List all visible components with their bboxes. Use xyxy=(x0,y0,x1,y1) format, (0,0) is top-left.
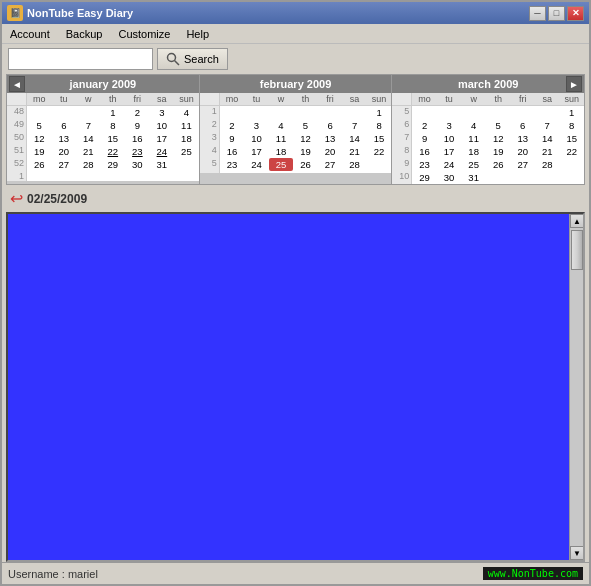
mar-cell-22[interactable]: 22 xyxy=(559,145,584,158)
mar-cell[interactable] xyxy=(461,106,486,119)
feb-cell-5[interactable]: 5 xyxy=(293,119,318,132)
jan-cell-4[interactable]: 4 xyxy=(174,106,199,119)
feb-cell-8[interactable]: 8 xyxy=(367,119,392,132)
maximize-button[interactable]: □ xyxy=(548,6,565,21)
feb-cell[interactable] xyxy=(220,106,245,119)
mar-cell-19[interactable]: 19 xyxy=(486,145,511,158)
feb-cell-6[interactable]: 6 xyxy=(318,119,343,132)
mar-cell-20[interactable]: 20 xyxy=(510,145,535,158)
menu-help[interactable]: Help xyxy=(182,27,213,41)
jan-cell-17[interactable]: 17 xyxy=(150,132,175,145)
scroll-down-button[interactable]: ▼ xyxy=(570,546,584,560)
jan-cell[interactable] xyxy=(27,106,52,119)
mar-cell-29[interactable]: 29 xyxy=(412,171,437,184)
menu-customize[interactable]: Customize xyxy=(114,27,174,41)
mar-cell[interactable] xyxy=(535,106,560,119)
feb-cell-18[interactable]: 18 xyxy=(269,145,294,158)
mar-cell-14[interactable]: 14 xyxy=(535,132,560,145)
scroll-up-button[interactable]: ▲ xyxy=(570,214,584,228)
feb-cell-11[interactable]: 11 xyxy=(269,132,294,145)
jan-cell-6[interactable]: 6 xyxy=(52,119,77,132)
mar-cell-1[interactable]: 1 xyxy=(559,106,584,119)
mar-cell[interactable] xyxy=(510,106,535,119)
jan-cell[interactable] xyxy=(125,171,150,181)
jan-cell-20[interactable]: 20 xyxy=(52,145,77,158)
feb-cell[interactable] xyxy=(244,106,269,119)
mar-cell[interactable] xyxy=(510,171,535,184)
jan-cell-15[interactable]: 15 xyxy=(101,132,126,145)
feb-cell[interactable] xyxy=(342,171,367,173)
feb-cell[interactable] xyxy=(269,171,294,173)
mar-cell-16[interactable]: 16 xyxy=(412,145,437,158)
feb-cell-26[interactable]: 26 xyxy=(293,158,318,171)
mar-cell[interactable] xyxy=(559,158,584,171)
feb-cell-7[interactable]: 7 xyxy=(342,119,367,132)
mar-cell[interactable] xyxy=(486,106,511,119)
feb-cell-3[interactable]: 3 xyxy=(244,119,269,132)
feb-cell[interactable] xyxy=(318,171,343,173)
mar-cell-13[interactable]: 13 xyxy=(510,132,535,145)
mar-cell[interactable] xyxy=(486,171,511,184)
feb-cell-12[interactable]: 12 xyxy=(293,132,318,145)
feb-cell-14[interactable]: 14 xyxy=(342,132,367,145)
search-input[interactable] xyxy=(8,48,153,70)
jan-cell-1[interactable]: 1 xyxy=(101,106,126,119)
mar-cell-11[interactable]: 11 xyxy=(461,132,486,145)
feb-cell[interactable] xyxy=(367,171,392,173)
mar-cell[interactable] xyxy=(535,171,560,184)
jan-cell-7[interactable]: 7 xyxy=(76,119,101,132)
feb-cell-10[interactable]: 10 xyxy=(244,132,269,145)
next-month-button[interactable]: ► xyxy=(566,76,582,92)
feb-cell-23[interactable]: 23 xyxy=(220,158,245,171)
jan-cell[interactable] xyxy=(52,171,77,181)
mar-cell-12[interactable]: 12 xyxy=(486,132,511,145)
jan-cell-14[interactable]: 14 xyxy=(76,132,101,145)
mar-cell-23[interactable]: 23 xyxy=(412,158,437,171)
minimize-button[interactable]: ─ xyxy=(529,6,546,21)
jan-cell-25[interactable]: 25 xyxy=(174,145,199,158)
feb-cell-19[interactable]: 19 xyxy=(293,145,318,158)
jan-cell[interactable] xyxy=(52,106,77,119)
jan-cell-22[interactable]: 22 xyxy=(101,145,126,158)
jan-cell-10[interactable]: 10 xyxy=(150,119,175,132)
feb-cell-24[interactable]: 24 xyxy=(244,158,269,171)
mar-cell-6[interactable]: 6 xyxy=(510,119,535,132)
mar-cell-15[interactable]: 15 xyxy=(559,132,584,145)
prev-month-button[interactable]: ◄ xyxy=(9,76,25,92)
mar-cell-8[interactable]: 8 xyxy=(559,119,584,132)
mar-cell-4[interactable]: 4 xyxy=(461,119,486,132)
jan-cell-26[interactable]: 26 xyxy=(27,158,52,171)
feb-cell-28[interactable]: 28 xyxy=(342,158,367,171)
feb-cell-13[interactable]: 13 xyxy=(318,132,343,145)
mar-cell-5[interactable]: 5 xyxy=(486,119,511,132)
feb-cell[interactable] xyxy=(269,106,294,119)
jan-cell-29[interactable]: 29 xyxy=(101,158,126,171)
jan-cell[interactable] xyxy=(76,171,101,181)
jan-cell-2[interactable]: 2 xyxy=(125,106,150,119)
feb-cell-16[interactable]: 16 xyxy=(220,145,245,158)
jan-cell[interactable] xyxy=(174,171,199,181)
mar-cell-24[interactable]: 24 xyxy=(437,158,462,171)
jan-cell-3[interactable]: 3 xyxy=(150,106,175,119)
jan-cell[interactable] xyxy=(150,171,175,181)
jan-cell[interactable] xyxy=(76,106,101,119)
mar-cell-28[interactable]: 28 xyxy=(535,158,560,171)
mar-cell-26[interactable]: 26 xyxy=(486,158,511,171)
menu-backup[interactable]: Backup xyxy=(62,27,107,41)
jan-cell-11[interactable]: 11 xyxy=(174,119,199,132)
feb-cell[interactable] xyxy=(244,171,269,173)
jan-cell-5[interactable]: 5 xyxy=(27,119,52,132)
jan-cell-21[interactable]: 21 xyxy=(76,145,101,158)
mar-cell-25[interactable]: 25 xyxy=(461,158,486,171)
jan-cell-16[interactable]: 16 xyxy=(125,132,150,145)
feb-cell-17[interactable]: 17 xyxy=(244,145,269,158)
mar-cell-2[interactable]: 2 xyxy=(412,119,437,132)
scroll-thumb[interactable] xyxy=(571,230,583,270)
feb-cell-15[interactable]: 15 xyxy=(367,132,392,145)
jan-cell-24[interactable]: 24 xyxy=(150,145,175,158)
mar-cell-21[interactable]: 21 xyxy=(535,145,560,158)
feb-cell[interactable] xyxy=(318,106,343,119)
jan-cell-28[interactable]: 28 xyxy=(76,158,101,171)
mar-cell-31[interactable]: 31 xyxy=(461,171,486,184)
mar-cell-9[interactable]: 9 xyxy=(412,132,437,145)
